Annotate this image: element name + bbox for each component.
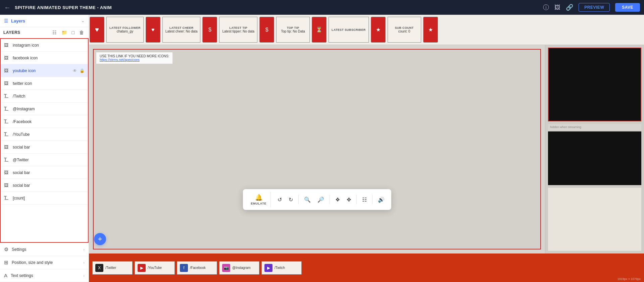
layers-list: 🖼instagram icon🖼facebook icon🖼youtube ic… — [0, 38, 89, 243]
right-panel-mid — [548, 131, 641, 185]
floating-toolbar: 🔔 EMULATE ↺ ↻ 🔍 🔎 ❖ ✥ ☷ 🔊 — [243, 189, 391, 210]
sidebar-settings-item-0[interactable]: ⚙Settings› — [0, 243, 89, 256]
toolbar-divider-3 — [356, 195, 357, 204]
canvas-link-hint: USE THIS LINK IF YOU NEED MORE ICONS: ht… — [96, 52, 172, 64]
social-platform-icon-4: ▶ — [264, 264, 273, 272]
layer-name: youtube icon — [13, 68, 70, 73]
bottom-social-item-3: 📷@Instagram — [219, 261, 259, 275]
canvas-area: ♥LATEST FOLLOWERchataro_gy♥LATEST CHEERL… — [89, 15, 644, 282]
right-panel: hidden when streaming — [545, 45, 644, 253]
layer-item[interactable]: 🖼facebook icon — [1, 52, 88, 64]
canvas-wrapper: USE THIS LINK IF YOU NEED MORE ICONS: ht… — [89, 45, 644, 253]
settings-item-label-0: Settings — [12, 247, 80, 252]
settings-item-icon-2: A — [4, 273, 7, 278]
layer-item[interactable]: T͟[count] — [1, 192, 88, 205]
layer-item[interactable]: T͟@Twitter — [1, 154, 88, 166]
settings-item-icon-1: ⊞ — [4, 260, 8, 266]
layer-name: [count] — [13, 196, 85, 201]
alert-label-3: TOP TIP — [287, 26, 299, 30]
sidebar-settings-item-1[interactable]: ⊞Position, size and style› — [0, 256, 89, 269]
image-layer-icon: 🖼 — [4, 145, 10, 150]
emulate-button[interactable]: 🔔 EMULATE — [247, 192, 270, 207]
layers-toolbar: LAYERS ☷ 📁 □ 🗑 — [0, 27, 89, 38]
layer-item[interactable]: T͟@Instagram — [1, 103, 88, 115]
bottom-social-item-2: f/Facebook — [177, 261, 217, 275]
social-platform-icon-3: 📷 — [222, 264, 230, 272]
layer-item[interactable]: 🖼youtube icon👁🔒 — [1, 64, 88, 77]
bottom-social-item-4: ▶/Twitch — [261, 261, 302, 275]
sidebar-section-title: Layers — [11, 18, 79, 23]
layer-name: @Twitter — [13, 158, 85, 162]
layer-name: facebook icon — [13, 56, 85, 60]
canvas-inner[interactable]: USE THIS LINK IF YOU NEED MORE ICONS: ht… — [93, 49, 541, 249]
sidebar-bottom: ⚙Settings›⊞Position, size and style›ATex… — [0, 243, 89, 282]
layer-group-icon[interactable]: ☷ — [51, 29, 58, 36]
layer-delete-icon[interactable]: 🗑 — [78, 29, 85, 36]
sidebar-chevron-icon: ⌄ — [81, 18, 85, 23]
layer-name: /YouTube — [13, 132, 85, 137]
layer-visibility-icon[interactable]: 👁 — [73, 68, 77, 73]
save-button[interactable]: SAVE — [615, 3, 640, 12]
add-layer-button[interactable]: + — [94, 233, 106, 245]
back-icon[interactable]: ← — [4, 4, 11, 11]
alert-item-0: LATEST FOLLOWERchataro_gy — [106, 17, 144, 43]
top-bar: ← SPITFIRE ANIMATED SUPER THEME - ANIM ⓘ… — [0, 0, 644, 15]
alert-label-1: LATEST CHEER — [169, 26, 194, 30]
alert-item-4: LATEST SUBSCRIBER — [329, 17, 368, 43]
preview-button[interactable]: PREVIEW — [579, 3, 610, 12]
layer-item[interactable]: 🖼twitter icon — [1, 77, 88, 90]
layer-name: social bar — [13, 145, 85, 150]
grid-button[interactable]: ☷ — [359, 194, 369, 205]
layer-name: /Facebook — [13, 119, 85, 124]
layer-item[interactable]: 🖼social bar — [1, 179, 88, 192]
social-text-0: /Twitter — [105, 266, 116, 270]
sidebar-settings-item-2[interactable]: AText settings› — [0, 269, 89, 282]
social-platform-icon-2: f — [180, 264, 188, 272]
right-panel-hint: hidden when streaming — [548, 124, 641, 130]
audio-button[interactable]: 🔊 — [375, 194, 387, 205]
monitor-icon[interactable]: 🖼 — [554, 4, 560, 11]
text-layer-icon: T͟ — [4, 94, 10, 99]
layer-name: /Twitch — [13, 94, 85, 99]
help-icon[interactable]: ⓘ — [543, 3, 549, 11]
layer-item[interactable]: 🖼instagram icon — [1, 39, 88, 52]
social-platform-icon-0: X — [95, 264, 103, 272]
bottom-social-item-0: X/Twitter — [92, 261, 133, 275]
right-panel-video — [548, 48, 641, 121]
settings-item-label-1: Position, size and style — [12, 260, 80, 265]
layer-lock-icon[interactable]: 🔒 — [80, 68, 85, 73]
layer-item[interactable]: T͟/Twitch — [1, 90, 88, 103]
page-title: SPITFIRE ANIMATED SUPER THEME - ANIM — [15, 5, 539, 10]
layer-folder-icon[interactable]: 📁 — [60, 29, 68, 36]
layer-copy-icon[interactable]: □ — [70, 29, 76, 36]
settings-item-chevron-icon-0: › — [83, 247, 85, 251]
layer-item[interactable]: T͟/YouTube — [1, 128, 88, 141]
link-icon[interactable]: 🔗 — [566, 4, 573, 11]
alert-item-3: TOP TIPTop tip: No Data — [276, 17, 310, 43]
canvas-main: USE THIS LINK IF YOU NEED MORE ICONS: ht… — [89, 45, 545, 253]
social-text-1: /YouTube — [148, 266, 162, 270]
redo-button[interactable]: ↻ — [286, 194, 296, 205]
layer-item[interactable]: 🖼social bar — [1, 166, 88, 179]
settings-item-label-2: Text settings — [11, 273, 80, 278]
zoom-in-button[interactable]: 🔎 — [315, 194, 327, 205]
image-layer-icon: 🖼 — [4, 170, 10, 175]
alert-item-1: LATEST CHEERLatest cheer: No data — [162, 17, 201, 43]
alert-label-0: LATEST FOLLOWER — [109, 26, 141, 30]
social-text-4: /Twitch — [275, 266, 285, 270]
zoom-out-button[interactable]: 🔍 — [301, 194, 313, 205]
top-bar-icons: ⓘ 🖼 🔗 PREVIEW SAVE — [543, 3, 640, 12]
layer-item[interactable]: 🖼social bar — [1, 141, 88, 154]
layer-name: social bar — [13, 170, 85, 175]
alert-label-5: SUB COUNT — [395, 26, 413, 30]
alert-item-2: LATEST TIPLatest tipper: No data — [219, 17, 257, 43]
fullscreen-button[interactable]: ❖ — [333, 194, 343, 205]
layer-name: twitter icon — [13, 81, 85, 86]
fit-button[interactable]: ✥ — [344, 194, 354, 205]
layer-item[interactable]: T͟/Facebook — [1, 115, 88, 128]
alert-heart-icon: ♥ — [90, 17, 104, 43]
undo-button[interactable]: ↺ — [275, 194, 285, 205]
text-layer-icon: T͟ — [4, 106, 10, 111]
alert-badge-4: ★ — [371, 17, 386, 43]
layer-name: instagram icon — [13, 43, 85, 48]
